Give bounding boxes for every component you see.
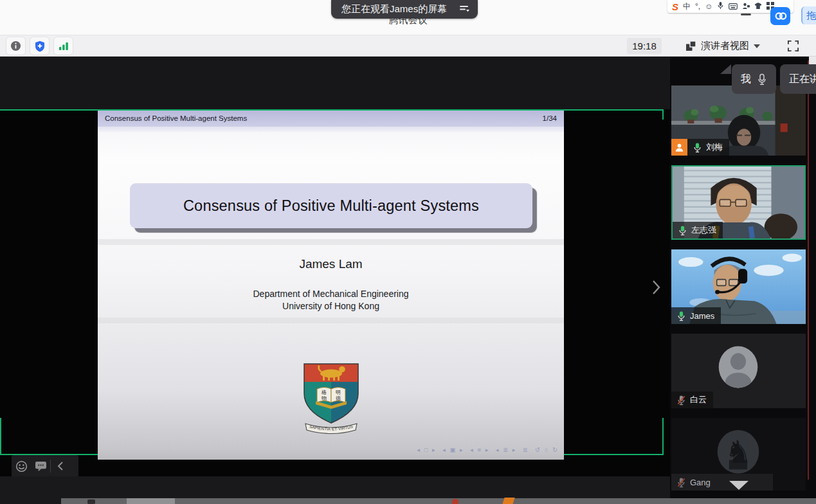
mic-on-icon — [678, 225, 687, 236]
person-icon — [675, 143, 684, 152]
network-signal-button[interactable] — [53, 37, 73, 55]
svg-text:物: 物 — [321, 395, 327, 401]
taskbar-item — [502, 498, 514, 504]
now-speaking-status: 正在讲 — [780, 64, 816, 94]
ime-keyboard-icon[interactable] — [729, 1, 738, 12]
meeting-security-button[interactable] — [30, 37, 50, 55]
mic-muted-icon — [676, 477, 686, 488]
participant-name: 左志强 — [691, 224, 716, 236]
meeting-duration: 19:18 — [627, 38, 662, 54]
ime-user-card-icon[interactable] — [742, 1, 750, 12]
collapse-left-button[interactable] — [51, 455, 70, 476]
slide-title-block: Consensus of Positive Multi-agent System… — [130, 183, 532, 228]
stage-top-strip — [0, 57, 670, 109]
meeting-info-button[interactable] — [6, 37, 26, 55]
my-audio-status: 我 — [732, 64, 776, 94]
now-speaking-label: 正在讲 — [789, 73, 816, 86]
slide-page-number: 1/34 — [543, 111, 557, 127]
slide-university: University of Hong Kong — [98, 301, 564, 311]
slide-title: Consensus of Positive Multi-agent System… — [183, 197, 479, 215]
svg-text:明: 明 — [336, 390, 341, 395]
mic-outline-icon — [757, 73, 767, 86]
signal-bars-icon — [59, 41, 69, 51]
participant-name: 白云 — [690, 394, 707, 406]
ime-punctuation-mode[interactable]: °, — [695, 3, 700, 10]
ime-skin-icon[interactable] — [754, 1, 762, 12]
sogou-logo-icon[interactable]: S — [672, 2, 678, 12]
shared-screen-stage: Consensus of Positive Multi-agent System… — [0, 57, 670, 476]
me-label: 我 — [741, 73, 751, 86]
minimize-icon[interactable] — [741, 14, 751, 15]
view-mode-label: 演讲者视图 — [701, 40, 749, 52]
slide-department: Department of Mechanical Engineering — [98, 289, 564, 299]
layout-icon — [685, 40, 696, 51]
mic-muted-icon — [676, 395, 686, 406]
meeting-toolbar: 19:18 演讲者视图 — [0, 35, 816, 57]
reaction-chat-bar — [12, 455, 78, 476]
panel-collapse-handle[interactable] — [720, 64, 731, 74]
mic-on-icon — [693, 142, 702, 153]
slide-header-title: Consensus of Positive Multi-agent System… — [105, 111, 247, 127]
video-artifact-band — [98, 318, 564, 323]
tencent-meeting-logo-icon[interactable] — [770, 7, 790, 25]
beamer-nav-symbols: ◂ □ ▸ ◂ ▣ ▸ ◂ ≡ ▸ ◂ ≣ ▸ ≣ ↺ ○ ↻ — [417, 446, 559, 453]
capture-border-left — [0, 418, 1, 455]
participant-name: 刘梅 — [706, 141, 723, 153]
scroll-more-participants-arrow[interactable] — [729, 481, 748, 490]
participant-tile-liumei[interactable]: 刘梅 — [671, 86, 806, 156]
participant-name: James — [690, 311, 714, 321]
participant-tile-baiyun[interactable]: 白云 — [671, 334, 806, 408]
capture-border-topright — [662, 109, 664, 120]
banner-menu-button[interactable] — [456, 3, 473, 16]
ime-mic-icon[interactable] — [717, 1, 724, 12]
svg-text:德: 德 — [336, 395, 341, 401]
speaking-status-panel: 我 正在讲 — [732, 64, 816, 94]
participant-role-badge — [671, 139, 687, 156]
fullscreen-icon — [787, 40, 799, 52]
taskbar-item — [87, 500, 95, 504]
drag-hint-tab[interactable]: 拖 — [801, 6, 816, 24]
mic-on-icon — [676, 310, 686, 321]
background-window-edge-red — [808, 60, 809, 480]
participants-sidebar: 刘梅 — [670, 57, 816, 498]
slide-header-bar: Consensus of Positive Multi-agent System… — [98, 111, 564, 127]
screen-watch-banner[interactable]: 您正在观看James的屏幕 — [331, 0, 478, 19]
slide-header-substrip — [98, 127, 564, 132]
emoji-reaction-button[interactable] — [12, 455, 31, 476]
sidebar-collapse-chevron[interactable] — [648, 278, 664, 297]
screen-watch-text: 您正在观看James的屏幕 — [341, 3, 447, 15]
participant-tile-gang[interactable]: ♞ Gang — [671, 418, 806, 491]
ime-emoji-icon[interactable]: ☺ — [705, 3, 712, 10]
presentation-slide: Consensus of Positive Multi-agent System… — [98, 111, 564, 460]
participant-tile-zuozhiqiang[interactable]: 左志强 — [671, 165, 806, 240]
video-artifact-band — [98, 239, 564, 245]
taskbar-item — [452, 499, 458, 504]
svg-text:格: 格 — [321, 390, 327, 395]
slide-author: James Lam — [98, 257, 564, 271]
capture-border-right — [662, 418, 664, 455]
view-mode-button[interactable]: 演讲者视图 — [680, 37, 765, 55]
info-icon — [10, 40, 21, 51]
shield-plus-icon — [35, 40, 45, 52]
chevron-down-icon — [754, 44, 760, 48]
chat-button[interactable] — [31, 455, 50, 476]
participant-name: Gang — [690, 478, 711, 487]
participant-tile-james[interactable]: James — [671, 249, 806, 324]
taskbar-item — [127, 498, 175, 504]
fullscreen-button[interactable] — [783, 37, 802, 55]
tencent-meeting-window: 腾讯会议 S 中 °, ☺ 拖 19:18 — [0, 0, 816, 504]
ime-chinese-mode[interactable]: 中 — [683, 3, 691, 10]
hku-crest: 格 物 明 德 SAPIENTIA·ET·VIRTUS — [298, 360, 365, 440]
